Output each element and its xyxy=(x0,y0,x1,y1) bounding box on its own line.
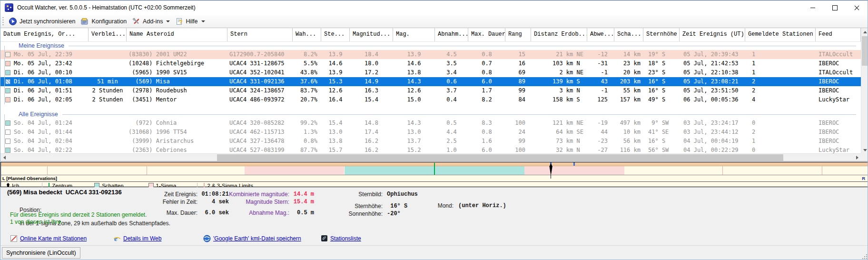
cell-abnahme: 3.5 xyxy=(435,59,468,68)
detail-times: Zeit Ereignis:01:08:21Fehler in Zeit:4 s… xyxy=(147,190,229,217)
cell-feed: LuckyStar xyxy=(816,146,861,154)
column-header-zeit[interactable]: Zeit Ereignis (UT) xyxy=(680,28,745,41)
table-row[interactable]: Mo. 05 Jul, 22:39(83830) 2001 UM22G17290… xyxy=(0,50,861,59)
column-header-stern[interactable]: Stern xyxy=(227,28,293,41)
cell-zeit: 05 Jul, 23:08:21 xyxy=(680,77,745,86)
cell-verbleibend xyxy=(89,128,127,137)
field-value: 0.5 m xyxy=(289,210,314,216)
cell-stationen: 2 xyxy=(745,128,816,137)
column-header-magnitude[interactable]: Magnitud... xyxy=(350,28,393,41)
table-row[interactable]: Di. 06 Jul, 00:10 (5965) 1990 SV15UCAC4 … xyxy=(0,68,861,77)
online-map-link[interactable]: Online Karte mit Stationen xyxy=(10,235,87,242)
cell-datum: Di. 06 Jul, 02:05 xyxy=(0,95,89,104)
scroll-left-button[interactable] xyxy=(0,154,8,161)
table-header: Datum Ereignis, Or...Verblei...Name Aste… xyxy=(0,28,861,42)
row-checkbox[interactable] xyxy=(5,97,10,102)
table-row[interactable]: Di. 06 Jul, 02:052 Stunden (3451) Mentor… xyxy=(0,95,861,104)
horizontal-scrollbar[interactable] xyxy=(0,153,861,161)
cell-max_dauer: 0.8 xyxy=(468,50,505,59)
configuration-button[interactable]: Konfiguration xyxy=(79,17,130,26)
column-header-distanz[interactable]: Distanz Erdob... xyxy=(531,28,587,41)
field-label: Kombinierte magnitude: xyxy=(220,191,289,198)
column-header-rang[interactable]: Rang xyxy=(505,28,531,41)
sync-button[interactable]: Jetzt synchronisieren xyxy=(7,16,79,27)
column-header-schatten[interactable]: Scha... xyxy=(614,28,643,41)
column-header-verbleibend[interactable]: Verblei... xyxy=(89,28,127,41)
column-header-stern_mag[interactable]: Ste... xyxy=(321,28,350,41)
web-details-link[interactable]: e Details im Web xyxy=(113,235,161,242)
column-header-stationen[interactable]: Gemeldete Stationen xyxy=(745,28,816,41)
table-row[interactable]: So. 04 Jul, 02:04 (3999) AristarchusUCAC… xyxy=(0,137,861,146)
cell-abnahme: 4.5 xyxy=(435,50,468,59)
column-header-name[interactable]: Name Asteroid xyxy=(127,28,227,41)
column-header-datum[interactable]: Datum Ereignis, Or... xyxy=(0,28,89,41)
cell-stationen: 4 xyxy=(745,95,816,104)
cell-rang: 15 xyxy=(505,50,531,59)
maximize-button[interactable] xyxy=(824,0,846,15)
cell-abnahme: 0.4 xyxy=(435,95,468,104)
scroll-right-button[interactable] xyxy=(853,154,861,161)
cell-verbleibend xyxy=(89,146,127,154)
scroll-down-button[interactable] xyxy=(861,146,868,154)
column-header-abnahme[interactable]: Abnahm... xyxy=(435,28,468,41)
column-header-feed[interactable]: Feed xyxy=(816,28,861,41)
resize-grip[interactable] xyxy=(862,254,867,259)
addins-button[interactable]: Add-ins xyxy=(130,17,174,26)
column-header-sternhoehe[interactable]: Sternhöhe xyxy=(643,28,680,41)
table-row[interactable]: Di. 06 Jul, 01:0851 min (569) MisaUCAC4 … xyxy=(0,77,861,86)
table-row[interactable]: So. 04 Jul, 01:44(31068) 1996 TT54UCAC4 … xyxy=(0,128,861,137)
table-row[interactable]: Di. 06 Jul, 01:512 Stunden (2978) Roudeb… xyxy=(0,86,861,95)
cell-schatten: 157 km xyxy=(614,95,643,104)
event-title: (569) Misa bedeckt UCAC4 331-092136 xyxy=(7,189,122,196)
cell-stern: G172900.7-205840 xyxy=(227,50,293,59)
cell-stern: UCAC4 462-115713 xyxy=(227,128,293,137)
cell-wahrscheinlichkeit: 20.7% xyxy=(293,95,321,104)
cell-zeit: 05 Jul, 20:39:43 xyxy=(680,50,745,59)
row-checkbox[interactable] xyxy=(5,52,10,57)
planned-left-label: L [Planned Observations] xyxy=(2,176,57,181)
horizontal-scroll-thumb[interactable] xyxy=(217,154,783,161)
planned-right-label: R xyxy=(862,176,865,181)
station-list-link[interactable]: Stationsliste xyxy=(321,235,361,242)
row-checkbox[interactable] xyxy=(5,139,10,144)
cell-datum: So. 04 Jul, 01:44 xyxy=(0,128,89,137)
station-list-label: Stationsliste xyxy=(330,235,361,242)
row-checkbox[interactable] xyxy=(5,79,10,84)
row-checkbox[interactable] xyxy=(5,61,10,66)
cell-max_dauer: 1.6 xyxy=(468,137,505,146)
cell-mag: 13.0 xyxy=(393,128,435,137)
help-button[interactable]: ? Hilfe xyxy=(174,17,208,26)
table-row[interactable]: So. 04 Jul, 01:24 (972) CohniaUCAC4 320-… xyxy=(0,119,861,128)
cell-name: (31068) 1996 TT54 xyxy=(127,128,227,137)
cell-sternhoehe: 23° S xyxy=(643,68,680,77)
cell-abweichung: -27 xyxy=(587,146,614,154)
scroll-up-button[interactable] xyxy=(861,28,868,36)
column-header-max_dauer[interactable]: Max. Dauer xyxy=(468,28,505,41)
row-checkbox[interactable] xyxy=(5,70,10,75)
row-checkbox[interactable] xyxy=(5,148,10,153)
cell-abweichung: -1 xyxy=(587,68,614,77)
table-row[interactable]: Mo. 05 Jul, 23:42(10248) FichtelgebirgeU… xyxy=(0,59,861,68)
google-earth-link[interactable]: 'Google Earth' kml-Datei speichern xyxy=(203,235,301,242)
row-checkbox[interactable] xyxy=(5,130,10,135)
column-header-mag[interactable]: Mag. xyxy=(393,28,435,41)
group-header-alle[interactable]: Alle Ereignisse xyxy=(0,110,861,119)
timeline-segment-outside-left xyxy=(1,166,245,175)
row-checkbox[interactable] xyxy=(5,88,10,93)
cell-stern_mag: 16.4 xyxy=(321,95,350,104)
cell-sternhoehe: 56° SW xyxy=(643,146,680,154)
minimize-button[interactable] xyxy=(802,0,824,15)
sigma-limit-line xyxy=(822,166,822,175)
cell-datum: So. 04 Jul, 01:24 xyxy=(0,119,89,128)
column-header-wahrscheinlichkeit[interactable]: Wah... xyxy=(293,28,321,41)
addins-icon xyxy=(132,18,140,25)
vertical-scroll-thumb[interactable] xyxy=(862,36,868,66)
row-checkbox[interactable] xyxy=(5,120,10,126)
cell-rang: 16 xyxy=(505,59,531,68)
table-row[interactable]: So. 04 Jul, 02:22 (2363) CebrionesUCAC4 … xyxy=(0,146,861,154)
column-header-abweichung[interactable]: Abwe... xyxy=(587,28,614,41)
close-button[interactable] xyxy=(846,0,868,15)
group-header-meine[interactable]: Meine Ereignisse xyxy=(0,41,861,50)
vertical-scrollbar[interactable] xyxy=(861,28,868,154)
cell-verbleibend xyxy=(89,50,127,59)
